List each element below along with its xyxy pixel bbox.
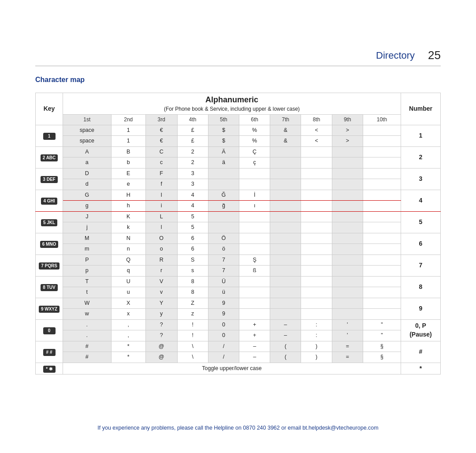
char-cell: 1 [111,125,145,136]
char-cell: 4 [177,190,208,201]
col-header-4th: 4th [177,114,208,125]
char-cell: – [270,330,301,341]
char-cell [332,222,363,233]
table-row: 4 GHIGHI4Ğİ4 [36,190,441,201]
char-cell: 4 [177,201,208,212]
char-cell: ç [239,157,270,168]
char-cell: m [63,244,112,255]
char-cell: ! [177,330,208,341]
char-cell [301,298,332,309]
char-cell [332,201,363,212]
char-cell: ı [239,201,270,212]
char-cell: + [239,330,270,341]
char-cell: – [239,352,270,363]
char-cell [332,233,363,244]
char-cell: l [145,222,177,233]
char-cell [301,168,332,179]
char-cell: h [111,201,145,212]
char-cell [363,201,401,212]
char-cell: , [111,319,145,330]
char-cell [301,179,332,190]
alphanumeric-main-title: Alphanumeric [66,94,398,105]
char-cell: – [239,341,270,352]
char-cell: < [301,136,332,147]
char-cell [270,255,301,266]
key-badge: * ✱ [43,366,56,373]
char-cell [270,266,301,277]
char-cell: 7 [208,255,239,266]
char-cell: ( [270,352,301,363]
col-key-header: Key [36,93,63,125]
char-cell [363,255,401,266]
char-cell [270,244,301,255]
char-cell [239,211,270,222]
col-header-10th: 10th [363,114,401,125]
header-area: Directory 25 [35,0,441,66]
key-badge: 0 [43,327,56,334]
char-cell [301,309,332,320]
char-cell: Ö [208,233,239,244]
char-cell: F [145,168,177,179]
char-cell: M [63,233,112,244]
char-cell: Q [111,255,145,266]
key-badge: 5 JKL [41,219,57,226]
char-cell: 3 [177,168,208,179]
number-cell: 2 [401,146,441,168]
table-row: 5 JKLJKL55 [36,211,441,222]
table-row: 0.,?!0+–:'"0, P (Pause) [36,319,441,330]
char-cell: K [111,211,145,222]
char-cell [301,190,332,201]
key-badge: 7 PQRS [39,262,60,270]
char-cell: ğ [208,201,239,212]
char-cell: ) [301,341,332,352]
char-cell [363,244,401,255]
toggle-cell: Toggle upper/lower case [63,363,401,374]
char-cell [208,168,239,179]
char-cell [239,179,270,190]
table-row: 3 DEFDEF33 [36,168,441,179]
key-badge: 2 ABC [41,154,58,161]
char-cell: U [111,276,145,287]
char-cell [363,190,401,201]
char-cell: 9 [208,298,239,309]
char-cell: / [208,341,239,352]
char-cell [363,146,401,157]
char-cell: < [301,125,332,136]
char-cell [332,179,363,190]
char-cell: y [145,309,177,320]
char-cell: * [111,341,145,352]
char-cell: G [63,190,112,201]
header-divider [35,66,441,66]
char-cell: v [145,287,177,298]
char-cell [332,298,363,309]
char-cell [301,287,332,298]
char-cell [332,168,363,179]
char-cell [270,211,301,222]
char-cell: $ [208,125,239,136]
table-row: pqrs7ß [36,266,441,277]
char-cell: ( [270,341,301,352]
number-cell: * [401,363,441,374]
char-cell: 8 [177,287,208,298]
char-cell [239,222,270,233]
table-row: 9 WXYZWXYZ99 [36,298,441,309]
char-cell [301,146,332,157]
char-cell [208,222,239,233]
char-cell [363,179,401,190]
char-cell [270,168,301,179]
char-cell [270,146,301,157]
col-header-2nd: 2nd [111,114,145,125]
col-header-3rd: 3rd [145,114,177,125]
char-cell: A [63,146,112,157]
char-cell: B [111,146,145,157]
key-badge: 1 [43,133,56,140]
char-cell [301,222,332,233]
char-cell: # [63,352,112,363]
char-cell [363,233,401,244]
footer-text: If you experience any problems, please c… [97,425,378,431]
char-cell: £ [177,136,208,147]
key-badge: 6 MNO [40,241,59,248]
char-cell: > [332,136,363,147]
char-cell [270,287,301,298]
char-cell [332,244,363,255]
